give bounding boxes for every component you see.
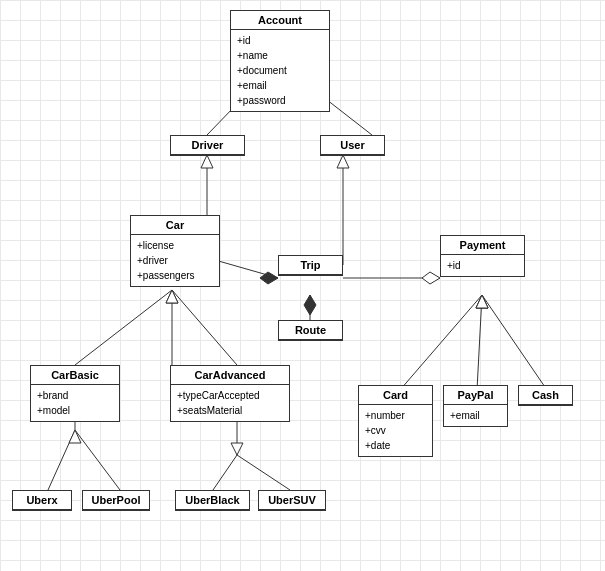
account-box: Account +id+name+document+email+password (230, 10, 330, 112)
svg-marker-5 (201, 155, 213, 168)
svg-marker-13 (304, 295, 316, 315)
uberx-box: Uberx (12, 490, 72, 511)
svg-line-21 (477, 295, 482, 390)
uml-diagram: Account +id+name+document+email+password… (0, 0, 605, 571)
cash-box: Cash (518, 385, 573, 406)
svg-line-15 (75, 290, 172, 365)
caradvanced-attrs: +typeCarAccepted+seatsMaterial (171, 385, 289, 421)
paypal-box: PayPal +email (443, 385, 508, 427)
cash-title: Cash (519, 386, 572, 405)
account-attrs: +id+name+document+email+password (231, 30, 329, 111)
user-title: User (321, 136, 384, 155)
user-box: User (320, 135, 385, 156)
svg-line-31 (237, 455, 290, 490)
carbasic-title: CarBasic (31, 366, 119, 385)
svg-line-19 (400, 295, 482, 390)
svg-line-27 (75, 430, 120, 490)
svg-marker-11 (422, 272, 440, 284)
payment-title: Payment (441, 236, 524, 255)
driver-box: Driver (170, 135, 245, 156)
svg-marker-24 (476, 295, 488, 308)
svg-marker-20 (476, 295, 488, 308)
svg-marker-22 (476, 295, 488, 308)
car-attrs: +license+driver+passengers (131, 235, 219, 286)
svg-line-26 (48, 430, 75, 490)
svg-line-6 (215, 260, 278, 278)
paypal-attrs: +email (444, 405, 507, 426)
uberblack-title: UberBlack (176, 491, 249, 510)
car-box: Car +license+driver+passengers (130, 215, 220, 287)
svg-marker-7 (260, 272, 278, 284)
carbasic-attrs: +brand+model (31, 385, 119, 421)
svg-marker-9 (337, 155, 349, 168)
card-attrs: +number+cvv+date (359, 405, 432, 456)
car-title: Car (131, 216, 219, 235)
payment-attrs: +id (441, 255, 524, 276)
route-title: Route (279, 321, 342, 340)
uberblack-box: UberBlack (175, 490, 250, 511)
payment-box: Payment +id (440, 235, 525, 277)
uberpool-title: UberPool (83, 491, 149, 510)
paypal-title: PayPal (444, 386, 507, 405)
card-title: Card (359, 386, 432, 405)
svg-marker-16 (166, 290, 178, 303)
route-box: Route (278, 320, 343, 341)
caradvanced-title: CarAdvanced (171, 366, 289, 385)
account-title: Account (231, 11, 329, 30)
trip-box: Trip (278, 255, 343, 276)
svg-marker-32 (231, 443, 243, 455)
svg-marker-18 (166, 290, 178, 303)
svg-line-30 (213, 455, 237, 490)
uberx-title: Uberx (13, 491, 71, 510)
trip-title: Trip (279, 256, 342, 275)
svg-line-23 (482, 295, 547, 390)
carbasic-box: CarBasic +brand+model (30, 365, 120, 422)
caradvanced-box: CarAdvanced +typeCarAccepted+seatsMateri… (170, 365, 290, 422)
svg-marker-28 (69, 430, 81, 443)
uberpool-box: UberPool (82, 490, 150, 511)
card-box: Card +number+cvv+date (358, 385, 433, 457)
ubersuv-title: UberSUV (259, 491, 325, 510)
driver-title: Driver (171, 136, 244, 155)
ubersuv-box: UberSUV (258, 490, 326, 511)
svg-line-17 (172, 290, 237, 365)
